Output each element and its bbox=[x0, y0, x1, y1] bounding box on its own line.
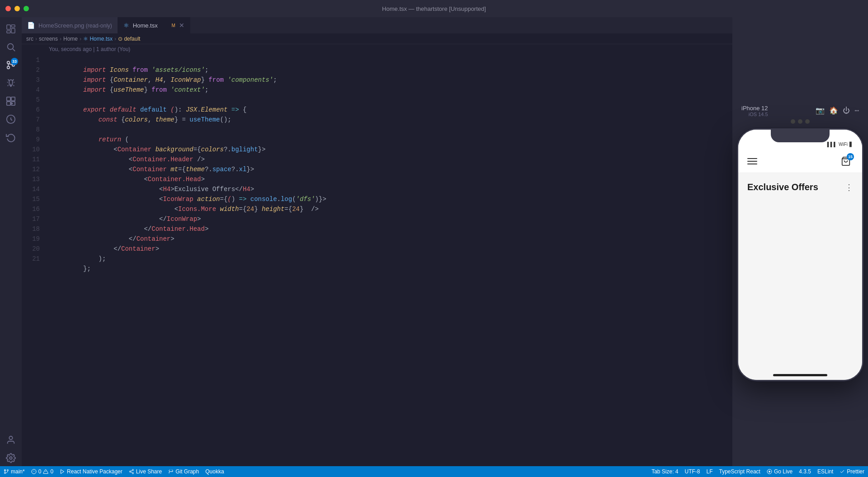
liveshare-icon bbox=[129, 469, 134, 474]
close-button[interactable] bbox=[5, 6, 11, 11]
status-lineending[interactable]: LF bbox=[707, 468, 713, 475]
git-blame-text: You, seconds ago | 1 author (You) bbox=[49, 46, 130, 52]
sidebar-item-debug[interactable] bbox=[3, 75, 19, 91]
breadcrumb-file[interactable]: ⚛ Home.tsx bbox=[83, 36, 113, 42]
svg-line-31 bbox=[131, 472, 132, 473]
svg-point-10 bbox=[10, 86, 11, 87]
sidebar-item-accounts[interactable] bbox=[3, 432, 19, 448]
dot-1 bbox=[791, 119, 795, 124]
react-icon: ⚛ bbox=[123, 22, 129, 29]
battery-icon: ▋ bbox=[849, 142, 853, 147]
breadcrumb-sep-3: › bbox=[80, 36, 81, 42]
tab-home-tsx[interactable]: ⚛ Home.tsx M ✕ bbox=[118, 17, 190, 33]
svg-line-32 bbox=[131, 470, 132, 471]
code-editor[interactable]: 12345 678910 1112131415 1617181920 21 im… bbox=[22, 54, 732, 466]
encoding-label: UTF-8 bbox=[685, 468, 700, 475]
gitgraph-label: Git Graph bbox=[175, 468, 199, 475]
iphone-home-icon[interactable]: 🏠 bbox=[829, 106, 838, 115]
svg-rect-11 bbox=[7, 97, 10, 101]
minimap-scrollbar[interactable] bbox=[726, 54, 732, 466]
liveshare-label: Live Share bbox=[136, 468, 162, 475]
tab-close-button[interactable]: ✕ bbox=[179, 22, 184, 29]
status-eslint[interactable]: ESLint bbox=[817, 468, 833, 475]
activity-bar: 33 bbox=[0, 17, 22, 466]
svg-point-4 bbox=[8, 44, 14, 50]
iphone-screen: ▌▌▌ WiFi ▋ bbox=[738, 130, 862, 380]
iphone-screenshot-icon[interactable]: 📷 bbox=[816, 106, 825, 115]
traffic-lights bbox=[5, 6, 29, 11]
wifi-icon: WiFi bbox=[839, 142, 848, 147]
iphone-more-icon[interactable]: ⋮ bbox=[845, 182, 853, 192]
status-quokka[interactable]: Quokka bbox=[205, 468, 224, 475]
status-tabsize[interactable]: Tab Size: 4 bbox=[651, 468, 678, 475]
status-branch[interactable]: main* bbox=[4, 468, 25, 475]
window-title: Home.tsx — thehartstore [Unsupported] bbox=[382, 5, 486, 12]
breadcrumb: src › screens › Home › ⚛ Home.tsx › ⊙ de… bbox=[22, 33, 732, 44]
svg-rect-1 bbox=[11, 25, 15, 27]
fullscreen-button[interactable] bbox=[24, 6, 29, 11]
hamburger-menu-icon[interactable] bbox=[747, 158, 757, 164]
minimize-button[interactable] bbox=[14, 6, 20, 11]
code-line-5: export default default (): JSX.Element =… bbox=[45, 95, 726, 105]
iphone-preview-panel: iPhone 12 iOS 14.5 📷 🏠 ⏻ ⋯ bbox=[732, 17, 868, 466]
status-golive[interactable]: Go Live bbox=[767, 468, 793, 475]
iphone-top-bar: iPhone 12 iOS 14.5 📷 🏠 ⏻ ⋯ bbox=[737, 102, 863, 119]
svg-rect-13 bbox=[7, 102, 10, 105]
tab-home-png[interactable]: 📄 HomeScreen.png (read-only) bbox=[22, 17, 118, 33]
prettier-icon bbox=[840, 469, 845, 474]
tabsize-label: Tab Size: 4 bbox=[651, 468, 678, 475]
line-numbers: 12345 678910 1112131415 1617181920 21 bbox=[22, 54, 45, 466]
status-packager[interactable]: React Native Packager bbox=[60, 468, 123, 475]
breadcrumb-home[interactable]: Home bbox=[63, 36, 78, 42]
sidebar-item-timeline[interactable] bbox=[3, 129, 19, 145]
eslint-label: ESLint bbox=[817, 468, 833, 475]
sidebar-item-extensions[interactable] bbox=[3, 93, 19, 109]
quokka-label: Quokka bbox=[205, 468, 224, 475]
iphone-more-options-icon[interactable]: ⋯ bbox=[854, 106, 859, 115]
svg-point-16 bbox=[9, 457, 12, 459]
status-errors[interactable]: 0 0 bbox=[31, 468, 53, 475]
code-line-1: import Icons from 'assets/icons'; bbox=[45, 55, 726, 65]
iphone-home-indicator bbox=[773, 374, 827, 376]
warning-count: 0 bbox=[50, 468, 53, 475]
sidebar-item-source-control[interactable]: 33 bbox=[3, 57, 19, 73]
iphone-device-info: iPhone 12 iOS 14.5 bbox=[741, 105, 768, 117]
hamburger-line-1 bbox=[747, 158, 757, 159]
cart-button[interactable]: 15 bbox=[839, 154, 853, 168]
golive-label: Go Live bbox=[774, 468, 793, 475]
status-gitgraph[interactable]: Git Graph bbox=[168, 468, 199, 475]
svg-point-19 bbox=[7, 470, 9, 471]
iphone-power-icon[interactable]: ⏻ bbox=[843, 107, 850, 115]
source-control-badge: 33 bbox=[11, 58, 18, 65]
sidebar-item-remote[interactable] bbox=[3, 111, 19, 127]
file-icon: 📄 bbox=[27, 22, 35, 29]
sidebar-item-search[interactable] bbox=[3, 39, 19, 55]
title-bar: Home.tsx — thehartstore [Unsupported] bbox=[0, 0, 868, 17]
iphone-status-icons: ▌▌▌ WiFi ▋ bbox=[827, 142, 853, 147]
svg-rect-3 bbox=[7, 31, 10, 33]
breadcrumb-symbol[interactable]: ⊙ default bbox=[118, 36, 140, 42]
sidebar-item-settings[interactable] bbox=[3, 450, 19, 466]
status-language[interactable]: TypeScript React bbox=[719, 468, 760, 475]
hamburger-line-2 bbox=[747, 161, 757, 162]
svg-point-28 bbox=[132, 469, 133, 471]
status-liveshare[interactable]: Live Share bbox=[129, 468, 162, 475]
breadcrumb-screens[interactable]: screens bbox=[39, 36, 58, 42]
tab-modified-indicator: M bbox=[171, 23, 175, 28]
gitgraph-icon bbox=[168, 469, 174, 474]
svg-rect-0 bbox=[7, 25, 10, 29]
status-encoding[interactable]: UTF-8 bbox=[685, 468, 700, 475]
svg-line-5 bbox=[13, 49, 15, 51]
sidebar-item-explorer[interactable] bbox=[3, 21, 19, 37]
iphone-nav-bar: 15 bbox=[738, 150, 862, 173]
editor-area: 📄 HomeScreen.png (read-only) ⚛ Home.tsx … bbox=[22, 17, 732, 466]
breadcrumb-src[interactable]: src bbox=[26, 36, 33, 42]
dot-2 bbox=[798, 119, 802, 124]
svg-point-7 bbox=[7, 66, 10, 69]
code-line-8: return ( bbox=[45, 125, 726, 135]
warning-icon bbox=[43, 469, 48, 474]
lineending-label: LF bbox=[707, 468, 713, 475]
error-icon bbox=[31, 469, 37, 474]
status-prettier[interactable]: Prettier bbox=[840, 468, 864, 475]
panel-dots bbox=[791, 119, 810, 124]
